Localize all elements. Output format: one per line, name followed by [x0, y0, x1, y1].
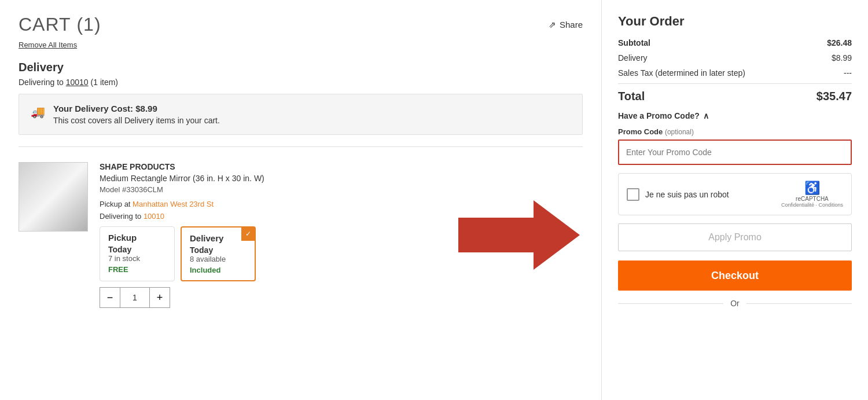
delivery-stock: 8 available [190, 255, 247, 263]
truck-icon: 🚚 [31, 105, 45, 119]
captcha-text: Je ne suis pas un robot [645, 190, 729, 199]
subtotal-value: $26.48 [827, 38, 852, 47]
promo-label-text: Promo Code [618, 127, 663, 136]
pickup-location: Pickup at Manhattan West 23rd St [100, 200, 444, 208]
zip-code-link[interactable]: 10010 [66, 78, 89, 87]
arrow-area [455, 162, 583, 308]
order-divider [618, 83, 852, 84]
delivery-card[interactable]: ✓ Delivery Today 8 available Included [181, 226, 256, 281]
sales-tax-value: --- [844, 68, 852, 78]
product-model: Model #33036CLM [100, 185, 444, 194]
main-content: CART (1) ⇗ Share Remove All Items Delive… [0, 0, 602, 400]
promo-code-input[interactable] [618, 140, 852, 165]
sales-tax-line: Sales Tax (determined in later step) --- [618, 68, 852, 78]
delivery-label: Delivery [618, 53, 648, 63]
product-delivering-prefix: Delivering to [100, 212, 141, 221]
cart-header: CART (1) ⇗ Share [19, 14, 583, 35]
captcha-right: ♿ reCAPTCHA Confidentialité · Conditions [781, 181, 843, 208]
cart-title-text: CART [19, 14, 71, 35]
product-zip-link[interactable]: 10010 [144, 212, 164, 221]
pickup-day: Today [108, 245, 166, 254]
total-label: Total [618, 90, 645, 103]
product-zip-text: 10010 [144, 212, 164, 221]
delivery-cost-box: 🚚 Your Delivery Cost: $8.99 This cost co… [19, 94, 583, 135]
captcha-checkbox[interactable] [627, 188, 639, 201]
qty-decrease-button[interactable]: − [100, 287, 120, 308]
product-row: SHAPE PRODUCTS Medium Rectangle Mirror (… [19, 156, 583, 314]
recaptcha-logo-icon: ♿ [804, 181, 820, 196]
delivery-price: Included [190, 266, 247, 274]
subtotal-label: Subtotal [618, 38, 650, 47]
product-name: Medium Rectangle Mirror (36 in. H x 30 i… [100, 174, 444, 183]
share-button[interactable]: ⇗ Share [549, 20, 583, 30]
qty-increase-button[interactable]: + [149, 287, 170, 308]
remove-all-button[interactable]: Remove All Items [19, 41, 77, 49]
total-line: Total $35.47 [618, 90, 852, 103]
sales-tax-label: Sales Tax (determined in later step) [618, 68, 745, 78]
total-value: $35.47 [816, 90, 852, 103]
delivery-line: Delivery $8.99 [618, 53, 852, 63]
pickup-card[interactable]: Pickup Today 7 in stock FREE [100, 226, 175, 281]
product-brand: SHAPE PRODUCTS [100, 162, 444, 171]
promo-optional-text: (optional) [665, 128, 694, 136]
section-divider [19, 146, 583, 147]
recaptcha-label: reCAPTCHA [796, 196, 829, 202]
quantity-controls: − 1 + [100, 287, 444, 308]
captcha-left: Je ne suis pas un robot [627, 188, 729, 201]
apply-promo-button[interactable]: Apply Promo [618, 223, 852, 251]
delivery-day: Today [190, 245, 247, 255]
pickup-prefix-text: Pickup at [100, 200, 130, 208]
item-count-text: (1 item) [91, 78, 118, 87]
product-delivering-to: Delivering to 10010 [100, 212, 444, 221]
delivery-type: Delivery [190, 233, 247, 243]
delivery-cost-text: Your Delivery Cost: $8.99 This cost cove… [53, 104, 220, 125]
cart-item-count: (1) [76, 14, 101, 35]
delivery-info: Delivering to 10010 (1 item) [19, 78, 583, 87]
captcha-box[interactable]: Je ne suis pas un robot ♿ reCAPTCHA Conf… [618, 173, 852, 215]
pickup-location-text: Manhattan West 23rd St [133, 200, 214, 208]
delivery-cost-label: Your Delivery Cost: $8.99 [53, 104, 220, 113]
cart-title: CART (1) [19, 14, 101, 35]
selected-checkmark: ✓ [241, 227, 255, 241]
delivery-value: $8.99 [832, 53, 852, 63]
pickup-price: FREE [108, 265, 166, 274]
delivery-section-title: Delivery [19, 61, 583, 74]
or-label: Or [730, 299, 740, 308]
order-sidebar: Your Order Subtotal $26.48 Delivery $8.9… [602, 0, 868, 400]
subtotal-line: Subtotal $26.48 [618, 38, 852, 47]
or-divider: Or [618, 299, 852, 308]
quantity-display: 1 [120, 287, 149, 308]
product-image [19, 162, 88, 232]
svg-marker-0 [458, 200, 580, 270]
product-details: SHAPE PRODUCTS Medium Rectangle Mirror (… [100, 162, 444, 308]
pickup-location-link[interactable]: Manhattan West 23rd St [133, 200, 214, 208]
red-arrow-icon [458, 200, 580, 270]
share-label: Share [560, 20, 583, 30]
fulfillment-options: Pickup Today 7 in stock FREE ✓ Delivery … [100, 226, 444, 281]
share-icon: ⇗ [549, 20, 556, 30]
pickup-type: Pickup [108, 233, 166, 243]
delivery-cost-desc: This cost covers all Delivery items in y… [53, 116, 220, 125]
chevron-up-icon: ∧ [703, 111, 709, 120]
promo-code-label: Promo Code (optional) [618, 127, 852, 136]
checkout-button[interactable]: Checkout [618, 260, 852, 291]
pickup-stock: 7 in stock [108, 254, 166, 263]
order-title: Your Order [618, 14, 852, 29]
recaptcha-sub: Confidentialité · Conditions [781, 202, 843, 208]
promo-toggle-label: Have a Promo Code? [618, 111, 700, 120]
promo-toggle[interactable]: Have a Promo Code? ∧ [618, 111, 852, 120]
delivering-to-text: Delivering to [19, 78, 64, 87]
